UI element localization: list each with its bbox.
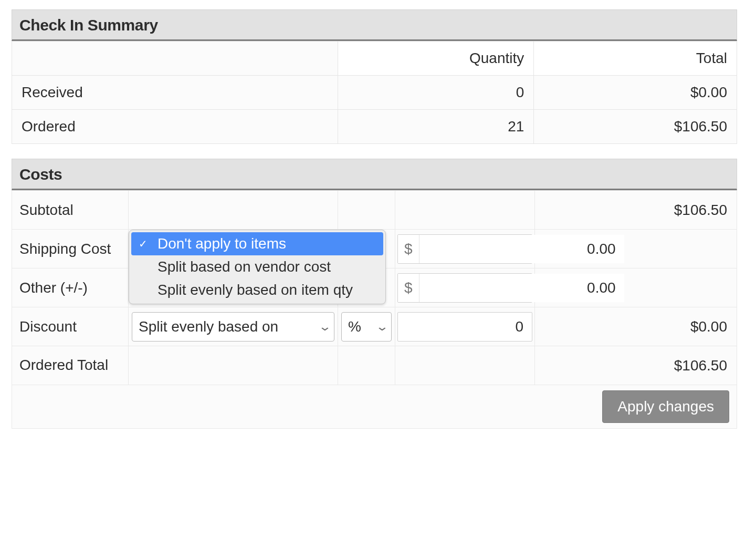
other-cost-input[interactable] — [419, 274, 624, 302]
costs-label-shipping: Shipping Cost — [12, 230, 129, 268]
shipping-method-option[interactable]: Split based on vendor cost — [131, 255, 383, 278]
ordered-total-value: $106.50 — [535, 346, 737, 385]
costs-table: Subtotal $106.50 Shipping Cost ✓ Don't a… — [12, 190, 737, 429]
summary-row-total: $106.50 — [534, 110, 737, 144]
summary-row-total: $0.00 — [534, 76, 737, 110]
discount-method-selected: Split evenly based on — [139, 318, 278, 335]
costs-label-ordered-total: Ordered Total — [12, 346, 129, 385]
discount-unit-selected: % — [348, 318, 361, 335]
check-icon: ✓ — [139, 237, 148, 250]
summary-section-header: Check In Summary — [12, 9, 737, 41]
costs-row-shipping: Shipping Cost ✓ Don't apply to items Spl… — [12, 230, 737, 268]
chevron-down-icon: ⌄ — [318, 320, 331, 334]
summary-header-total: Total — [534, 42, 737, 76]
costs-row-discount: Discount Split evenly based on ⌄ % ⌄ — [12, 307, 737, 346]
costs-label-subtotal: Subtotal — [12, 191, 129, 230]
discount-value-input[interactable] — [397, 312, 532, 342]
shipping-cost-input[interactable] — [419, 235, 624, 263]
shipping-method-option-label: Don't apply to items — [158, 235, 286, 252]
discount-total: $0.00 — [535, 307, 737, 346]
costs-section-header: Costs — [12, 159, 737, 190]
costs-subtotal-value: $106.50 — [535, 191, 737, 230]
shipping-method-option[interactable]: ✓ Don't apply to items — [131, 232, 383, 255]
summary-row-qty: 0 — [338, 76, 534, 110]
discount-unit-select[interactable]: % ⌄ — [341, 312, 392, 342]
costs-label-other: Other (+/-) — [12, 268, 129, 307]
discount-method-select[interactable]: Split evenly based on ⌄ — [132, 312, 334, 342]
costs-label-discount: Discount — [12, 307, 129, 346]
summary-row-qty: 21 — [338, 110, 534, 144]
costs-row-ordered-total: Ordered Total $106.50 — [12, 346, 737, 385]
shipping-method-option[interactable]: Split evenly based on item qty — [131, 278, 383, 302]
currency-prefix: $ — [398, 274, 419, 302]
shipping-cost-input-group: $ — [397, 234, 532, 264]
chevron-down-icon: ⌄ — [375, 320, 388, 334]
summary-header-qty: Quantity — [338, 42, 534, 76]
summary-row-label: Ordered — [12, 110, 338, 144]
costs-row-subtotal: Subtotal $106.50 — [12, 191, 737, 230]
costs-footer: Apply changes — [12, 385, 737, 429]
shipping-method-dropdown[interactable]: ✓ Don't apply to items Split based on ve… — [129, 230, 386, 304]
shipping-method-option-label: Split evenly based on item qty — [158, 282, 353, 298]
summary-row-label: Received — [12, 76, 338, 110]
summary-table: Quantity Total Received 0 $0.00 Ordered … — [12, 41, 737, 144]
summary-row-received: Received 0 $0.00 — [12, 76, 737, 110]
currency-prefix: $ — [398, 235, 419, 263]
apply-changes-button[interactable]: Apply changes — [602, 390, 729, 423]
summary-header-blank — [12, 42, 338, 76]
other-cost-input-group: $ — [397, 273, 532, 303]
summary-row-ordered: Ordered 21 $106.50 — [12, 110, 737, 144]
shipping-method-option-label: Split based on vendor cost — [158, 259, 331, 275]
